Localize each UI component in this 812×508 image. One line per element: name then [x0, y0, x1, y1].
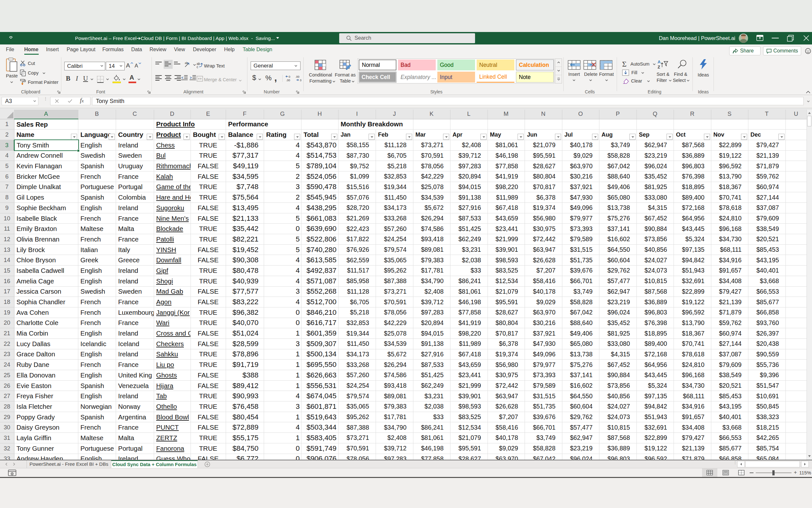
svg-text:.00: .00 [295, 75, 299, 78]
svg-text:0: 0 [300, 79, 301, 82]
svg-text:c: c [197, 65, 198, 69]
svg-text:Z: Z [658, 65, 660, 69]
svg-text:A: A [658, 59, 661, 64]
svg-text:.00: .00 [286, 79, 290, 82]
svg-text:ab: ab [185, 61, 188, 65]
svg-text:0: 0 [289, 75, 290, 78]
